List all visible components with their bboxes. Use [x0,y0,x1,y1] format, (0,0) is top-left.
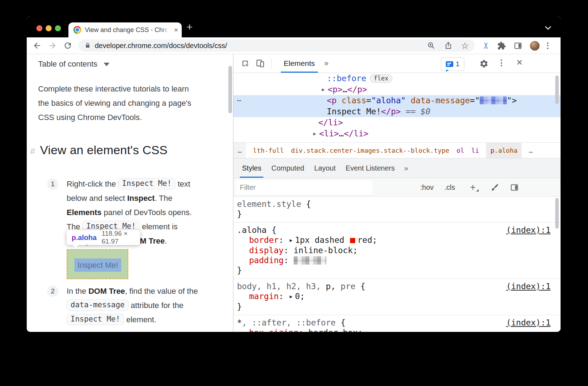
breadcrumb-item[interactable]: li [471,147,479,154]
table-of-contents-dropdown[interactable]: Table of contents [38,59,109,69]
dom-tree-row[interactable]: ▶<p>…</p> [233,84,561,95]
tab-event-listeners[interactable]: Event Listeners [341,158,400,178]
code-segment: </li> [344,129,368,138]
zoom-icon[interactable] [427,41,435,50]
code-segment: : inline-block; [284,246,358,255]
tab-title: View and change CSS - Chrom [85,26,167,34]
tooltip-dimensions: 118.96 × 61.97 [102,230,135,245]
dom-tree-row[interactable]: </li> [233,117,561,128]
code-segment: data-message [406,96,470,105]
code-segment: $0 [421,107,430,116]
message-icon-tail [446,70,449,72]
row-overflow-dots[interactable]: ⋯ [237,95,241,106]
new-tab-button[interactable]: + [186,21,193,33]
rendering-brush-icon[interactable] [491,178,499,197]
css-declaration[interactable]: display: inline-block; [237,245,561,255]
bookmark-star-icon[interactable]: ☆ [461,41,469,50]
inspect-me-label: Inspect Me! [78,261,118,270]
dom-tree-row[interactable]: ⋯<p class="aloha" data-message="">Inspec… [233,95,561,117]
code-segment: li [471,147,479,154]
stylesheet-source-link[interactable]: (index):1 [506,225,551,235]
browser-menu-icon[interactable] [547,42,548,49]
forward-button[interactable] [48,41,57,50]
extensions-puzzle-icon[interactable] [497,41,506,50]
code-segment: <p [327,96,337,105]
filter-placeholder: Filter [240,183,256,192]
stylesheet-source-link[interactable]: (index):1 [506,281,551,291]
more-tabs-chevron[interactable]: » [404,164,408,172]
breadcrumb-item[interactable]: ol [457,147,464,154]
settings-gear-icon[interactable] [479,59,489,68]
section-heading-row: # View an element's CSS [30,143,167,157]
dom-tree-row[interactable]: ::beforeflex [233,73,561,84]
style-rule: body, h1, h2, h3, p, pre {(index):1margi… [233,279,561,315]
code-segment [350,238,355,243]
tab-elements[interactable]: Elements [279,54,319,73]
share-icon[interactable] [444,41,453,50]
devtools-close-icon[interactable]: × [516,56,523,68]
reload-button[interactable] [63,41,72,50]
rule-selector[interactable]: element.style { [237,199,561,209]
code-segment: .aloha { [237,225,277,235]
code-segment: panel of DevTools opens. [102,208,192,217]
profile-avatar[interactable] [530,41,540,51]
browser-tab[interactable]: View and change CSS - Chrom × [68,22,182,37]
chevron-down-icon[interactable] [545,26,551,30]
close-button[interactable] [36,25,42,31]
code-segment: Elements [67,208,102,217]
scissors-extension-icon[interactable]: ✂ [481,42,491,49]
tab-styles[interactable]: Styles [237,158,266,178]
step-2-text: In the DOM Tree, find the value of theda… [67,284,198,327]
step-2-number: 2 [47,286,58,297]
toggle-sidebar-icon[interactable] [510,178,519,197]
code-segment: data-message [67,299,129,311]
breadcrumb-item[interactable]: lth-full [253,147,284,154]
minimize-button[interactable] [46,25,52,31]
inspect-element-icon[interactable] [241,59,250,68]
tab-layout[interactable]: Layout [309,158,341,178]
css-declaration[interactable]: box-sizing: border-box; [237,328,561,332]
dom-code-line: Inspect Me!</p> == $0 [327,106,561,117]
code-segment: red; [357,235,377,245]
text-line: In the DOM Tree, find the value of the [67,284,198,298]
tooltip-class: .aloha [76,234,97,242]
page-scrollbar-thumb[interactable] [228,66,232,113]
code-segment: </p> [381,107,401,116]
breadcrumb-item[interactable]: div.stack.center-images.stack--block.typ… [291,147,449,154]
code-segment: Inspect [127,194,155,203]
heading-anchor-icon[interactable]: # [30,146,35,156]
browser-window: View and change CSS - Chrom × + develope… [27,16,561,332]
css-declaration[interactable]: margin: ▶0; [237,291,561,302]
css-declaration[interactable]: padding: [237,255,561,265]
toggle-class-button[interactable]: .cls [444,178,455,197]
devtools-toolbar: Elements » 1 × [233,54,561,73]
tab-computed[interactable]: Computed [266,158,309,178]
issues-badge[interactable]: 1 [441,57,464,71]
devtools-menu-icon[interactable] [501,59,502,66]
code-segment: = [366,96,371,105]
code-segment: Complete these interactive tutorials to … [38,84,189,93]
dom-tree-row[interactable]: ▶<li>…</li> [233,128,561,139]
code-segment: { [301,199,311,209]
url-bar[interactable]: developer.chrome.com/docs/devtools/css/ … [78,40,475,52]
toggle-hover-state-button[interactable]: :hov [420,178,434,197]
code-segment: … [342,85,347,94]
stylesheet-source-link[interactable]: (index):1 [506,318,551,328]
styles-filter-input[interactable]: Filter [236,180,372,194]
back-button[interactable] [32,41,42,50]
styles-scrollbar-thumb[interactable] [555,198,559,229]
tab-close-icon[interactable]: × [174,26,178,33]
inspect-me-highlight-overlay[interactable]: Inspect Me! [67,249,128,279]
dom-scrollbar-thumb[interactable] [555,75,559,104]
side-panel-icon[interactable] [514,41,522,50]
new-style-rule-button[interactable]: + [470,178,476,197]
css-declaration[interactable]: border: ▶1px dashed red; [237,235,561,245]
code-segment: CSS using Chrome DevTools. [38,113,142,122]
code-segment: flex [370,74,392,83]
breadcrumb-item[interactable]: p.aloha [486,143,522,158]
breadcrumb-item[interactable]: … [233,143,246,158]
more-panels-chevron[interactable]: » [324,59,329,68]
fullscreen-button[interactable] [55,25,61,31]
device-toolbar-icon[interactable] [256,59,265,68]
breadcrumb-item[interactable]: … [529,147,533,154]
